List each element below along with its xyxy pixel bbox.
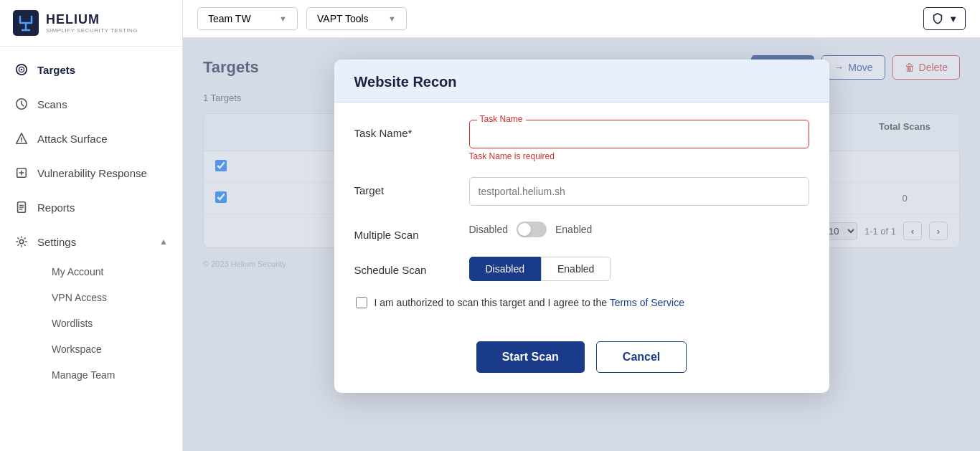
helium-logo-icon: [13, 10, 39, 36]
schedule-buttons: Disabled Enabled: [469, 257, 809, 281]
sidebar-label-attack-surface: Attack Surface: [37, 133, 108, 145]
sidebar-item-manage-team[interactable]: Manage Team: [14, 362, 182, 388]
tos-link[interactable]: Terms of Service: [610, 297, 684, 308]
sidebar-item-reports[interactable]: Reports: [0, 190, 182, 224]
sidebar-item-vpn-access[interactable]: VPN Access: [14, 285, 182, 310]
task-name-label: Task Name*: [354, 120, 455, 139]
sidebar-label-vuln-response: Vulnerability Response: [37, 167, 147, 179]
sidebar-label-scans: Scans: [37, 98, 67, 110]
sidebar-item-vulnerability-response[interactable]: Vulnerability Response: [0, 156, 182, 190]
app-name: HELIUM: [46, 12, 138, 27]
modal-footer: Start Scan Cancel: [334, 341, 829, 393]
settings-chevron-icon: ▲: [159, 237, 168, 247]
schedule-enabled-btn[interactable]: Enabled: [541, 257, 611, 281]
task-name-row: Task Name* Task Name Task Name is requir…: [354, 120, 809, 161]
task-name-field: Task Name Task Name is required: [469, 120, 809, 161]
multiple-scan-label: Multiple Scan: [354, 222, 455, 241]
toggle-knob: [518, 223, 531, 236]
modal-header: Website Recon: [334, 60, 829, 103]
team-selector[interactable]: Team TW ▼: [197, 7, 298, 30]
task-name-input-wrap: Task Name: [469, 120, 809, 148]
sidebar-item-my-account[interactable]: My Account: [14, 259, 182, 285]
topbar-arrow-icon: ▼: [948, 14, 958, 24]
shield-icon: [931, 12, 944, 25]
target-label: Target: [354, 177, 455, 196]
target-input[interactable]: [469, 177, 809, 206]
tos-label: I am authorized to scan this target and …: [374, 297, 684, 308]
modal-website-recon: Website Recon Task Name* Task Name Task …: [334, 60, 829, 393]
sidebar-label-reports: Reports: [37, 201, 75, 214]
attack-surface-icon: [14, 131, 29, 146]
scans-icon: [14, 97, 29, 111]
reports-icon: [14, 200, 29, 214]
multiple-scan-toggle[interactable]: [517, 222, 547, 237]
page-body: Targets Tools ▼ → Move 🗑 Delete 1 Target…: [183, 38, 980, 451]
schedule-disabled-btn[interactable]: Disabled: [469, 257, 541, 281]
tos-checkbox-row: I am authorized to scan this target and …: [356, 297, 809, 308]
task-name-input[interactable]: [470, 120, 809, 148]
schedule-scan-label: Schedule Scan: [354, 257, 455, 276]
svg-point-9: [19, 239, 23, 243]
targets-icon: [14, 62, 29, 77]
main-nav: Targets Scans Attack Surface Vulnerabili…: [0, 47, 182, 451]
settings-submenu: My Account VPN Access Wordlists Workspac…: [0, 259, 182, 388]
sidebar-label-targets: Targets: [37, 64, 75, 76]
sidebar-item-targets[interactable]: Targets: [0, 52, 182, 87]
task-name-error: Task Name is required: [469, 151, 809, 161]
topbar: Team TW ▼ VAPT Tools ▼ ▼: [183, 0, 980, 38]
topbar-shield-btn[interactable]: ▼: [923, 7, 966, 30]
modal-title: Website Recon: [354, 74, 809, 90]
sidebar-label-settings: Settings: [37, 236, 76, 248]
toggle-enabled-label: Enabled: [555, 224, 592, 235]
sidebar-item-settings[interactable]: Settings ▲: [0, 224, 182, 259]
tool-selector-arrow-icon: ▼: [388, 14, 396, 23]
app-tagline: SIMPLIFY SECURITY TESTING: [46, 27, 138, 34]
sidebar-item-attack-surface[interactable]: Attack Surface: [0, 121, 182, 156]
tool-selector[interactable]: VAPT Tools ▼: [306, 7, 407, 30]
tos-checkbox[interactable]: [356, 297, 367, 308]
logo: HELIUM SIMPLIFY SECURITY TESTING: [0, 0, 182, 47]
cancel-button[interactable]: Cancel: [596, 341, 687, 373]
svg-point-3: [21, 69, 23, 71]
settings-icon: [14, 234, 29, 249]
multiple-scan-row: Multiple Scan Disabled Enabled: [354, 222, 809, 241]
svg-point-6: [21, 141, 22, 142]
team-selector-arrow-icon: ▼: [279, 14, 287, 23]
main-content: Team TW ▼ VAPT Tools ▼ ▼ Targets Tools ▼: [183, 0, 980, 451]
sidebar-item-wordlists[interactable]: Wordlists: [14, 310, 182, 336]
toggle-row: Disabled Enabled: [469, 222, 809, 237]
target-row: Target: [354, 177, 809, 206]
schedule-scan-row: Schedule Scan Disabled Enabled: [354, 257, 809, 281]
start-scan-button[interactable]: Start Scan: [476, 341, 585, 373]
sidebar: HELIUM SIMPLIFY SECURITY TESTING Targets…: [0, 0, 183, 451]
toggle-disabled-label: Disabled: [469, 224, 508, 235]
task-name-float-label: Task Name: [477, 114, 526, 124]
vulnerability-icon: [14, 166, 29, 180]
sidebar-item-scans[interactable]: Scans: [0, 87, 182, 121]
modal-body: Task Name* Task Name Task Name is requir…: [334, 103, 829, 341]
sidebar-item-workspace[interactable]: Workspace: [14, 336, 182, 362]
modal-overlay: Website Recon Task Name* Task Name Task …: [183, 38, 980, 451]
